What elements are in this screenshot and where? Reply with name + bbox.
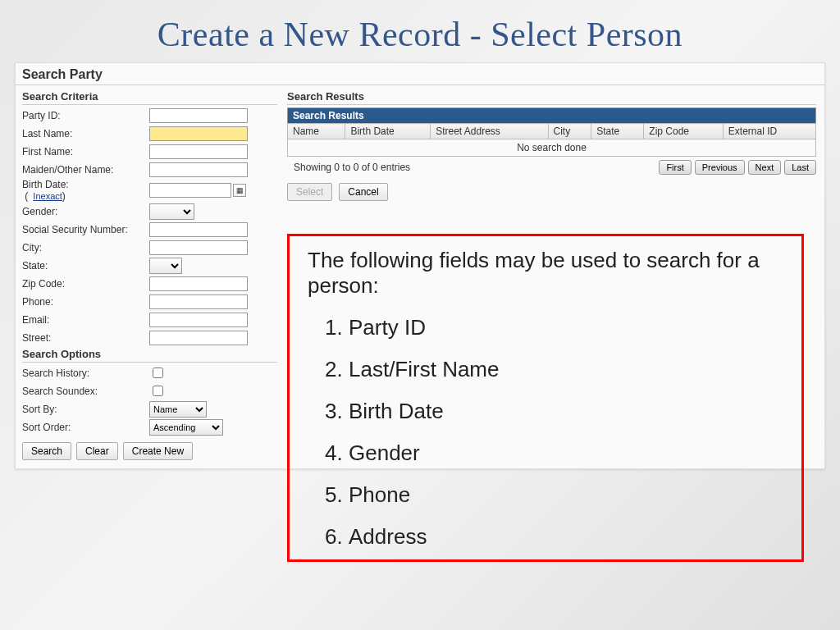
- label-city: City:: [22, 242, 149, 253]
- label-last-name: Last Name:: [22, 128, 149, 139]
- email-input[interactable]: [149, 313, 248, 327]
- state-select[interactable]: [149, 258, 182, 274]
- callout-item: Birth Date: [349, 399, 783, 424]
- callout-item: Last/First Name: [349, 357, 783, 382]
- street-input[interactable]: [149, 331, 248, 345]
- label-gender: Gender:: [22, 206, 149, 217]
- pager-prev[interactable]: Previous: [695, 160, 745, 175]
- no-results-row: No search done: [288, 139, 816, 157]
- first-name-input[interactable]: [149, 144, 248, 159]
- party-id-input[interactable]: [149, 108, 248, 123]
- callout-intro: The following fields may be used to sear…: [308, 248, 783, 299]
- sort-by-select[interactable]: Name: [149, 401, 207, 418]
- col-street[interactable]: Street Address: [431, 124, 548, 139]
- callout-item: Gender: [349, 441, 783, 466]
- results-caption: Search Results: [288, 108, 816, 124]
- panel-title: Search Party: [16, 63, 824, 85]
- label-first-name: First Name:: [22, 146, 149, 158]
- label-phone: Phone:: [22, 296, 149, 308]
- label-street: Street:: [22, 332, 149, 344]
- search-criteria-column: Search Criteria Party ID: Last Name: Fir…: [16, 85, 282, 468]
- pager-first[interactable]: First: [659, 160, 691, 175]
- callout-item: Party ID: [349, 315, 783, 340]
- col-name[interactable]: Name: [288, 124, 345, 139]
- col-birth[interactable]: Birth Date: [345, 124, 431, 139]
- callout-item: Address: [349, 524, 783, 550]
- clear-button[interactable]: Clear: [76, 442, 118, 460]
- birth-date-input[interactable]: [149, 183, 231, 198]
- label-ssn: Social Security Number:: [22, 224, 149, 235]
- phone-input[interactable]: [149, 294, 248, 309]
- col-city[interactable]: City: [548, 124, 591, 139]
- zip-input[interactable]: [149, 276, 248, 291]
- showing-text: Showing 0 to 0 of 0 entries: [287, 162, 410, 173]
- label-soundex: Search Soundex:: [22, 386, 149, 397]
- soundex-checkbox[interactable]: [153, 386, 163, 396]
- city-input[interactable]: [149, 240, 248, 255]
- col-zip[interactable]: Zip Code: [644, 124, 723, 139]
- options-header: Search Options: [22, 348, 277, 363]
- calendar-icon[interactable]: ▦: [233, 184, 246, 197]
- slide-title: Create a New Record - Select Person: [0, 15, 840, 54]
- inexact-link[interactable]: Inexact: [33, 191, 62, 201]
- label-sort-order: Sort Order:: [22, 422, 149, 433]
- cancel-button[interactable]: Cancel: [339, 183, 387, 201]
- select-button[interactable]: Select: [287, 183, 332, 201]
- callout-list: Party ID Last/First Name Birth Date Gend…: [349, 315, 783, 550]
- label-history: Search History:: [22, 368, 149, 379]
- pager-next[interactable]: Next: [748, 160, 782, 175]
- label-zip: Zip Code:: [22, 278, 149, 290]
- pager-last[interactable]: Last: [784, 160, 816, 175]
- label-state: State:: [22, 260, 149, 272]
- results-header: Search Results: [287, 90, 816, 105]
- last-name-input[interactable]: [149, 126, 248, 141]
- history-checkbox[interactable]: [153, 368, 163, 378]
- label-email: Email:: [22, 314, 149, 326]
- criteria-header: Search Criteria: [22, 90, 277, 105]
- search-button[interactable]: Search: [22, 442, 71, 460]
- col-ext[interactable]: External ID: [723, 124, 815, 139]
- results-table: Search Results Name Birth Date Street Ad…: [287, 107, 816, 157]
- col-state[interactable]: State: [591, 124, 644, 139]
- label-maiden: Maiden/Other Name:: [22, 164, 149, 176]
- create-new-button[interactable]: Create New: [123, 442, 193, 460]
- gender-select[interactable]: [149, 203, 194, 220]
- label-party-id: Party ID:: [22, 110, 149, 121]
- label-sort-by: Sort By:: [22, 404, 149, 415]
- ssn-input[interactable]: [149, 222, 248, 237]
- sort-order-select[interactable]: Ascending: [149, 419, 223, 436]
- maiden-input[interactable]: [149, 162, 248, 177]
- label-birth-date: Birth Date: (Inexact): [22, 179, 149, 202]
- instruction-callout: The following fields may be used to sear…: [287, 234, 804, 562]
- callout-item: Phone: [349, 482, 783, 508]
